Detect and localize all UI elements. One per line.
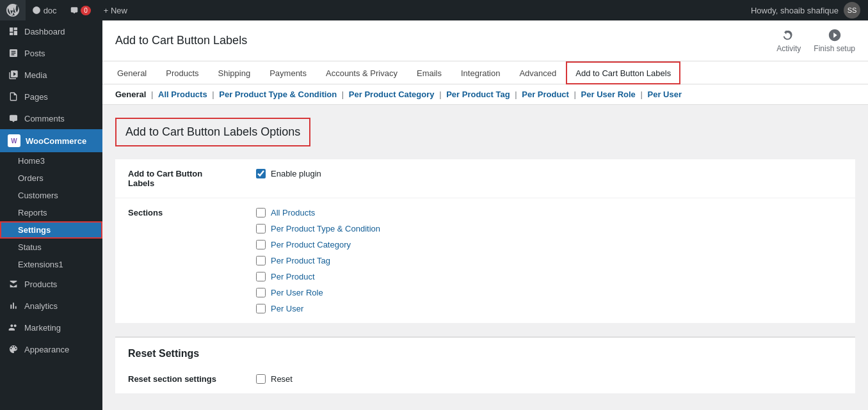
subnav-per-product-type[interactable]: Per Product Type & Condition [219, 90, 337, 99]
sidebar-item-media[interactable]: Media [0, 64, 102, 86]
new-label: + New [104, 6, 127, 15]
subnav-per-product-category[interactable]: Per Product Category [349, 90, 435, 99]
dashboard-label: Dashboard [24, 27, 65, 36]
sidebar-item-comments[interactable]: Comments [0, 107, 102, 129]
section-per-user-row: Per User [256, 304, 842, 313]
section-per-product-checkbox[interactable] [256, 272, 266, 281]
page-header: Add to Cart Button Labels Activity Finis… [102, 20, 868, 61]
sidebar-item-appearance[interactable]: Appearance [0, 338, 102, 360]
subnav-per-user[interactable]: Per User [647, 90, 681, 99]
tab-advanced[interactable]: Advanced [510, 61, 566, 84]
section-per-user-label: Per User [271, 304, 303, 313]
section-per-user-role-link[interactable]: Per User Role [271, 288, 323, 297]
marketing-icon [8, 322, 19, 333]
sidebar-item-settings[interactable]: Settings [0, 221, 102, 239]
tab-general[interactable]: General [108, 61, 156, 84]
reset-settings-section: Reset Settings Reset section settings Re… [115, 336, 855, 394]
comments-label: Comments [24, 114, 65, 123]
home-badge: 3 [40, 156, 45, 166]
section-per-product-tag-label: Per Product Tag [271, 256, 330, 265]
page-title: Add to Cart Button Labels [115, 34, 247, 47]
site-name: doc [44, 6, 57, 15]
subnav-per-product-tag[interactable]: Per Product Tag [446, 90, 510, 99]
subnav-per-user-role[interactable]: Per User Role [581, 90, 636, 99]
section-per-product-category-label: Per Product Category [271, 240, 351, 249]
home-label: Home [18, 156, 40, 166]
woo-icon: W [8, 134, 20, 147]
tab-add-to-cart-labels[interactable]: Add to Cart Button Labels [566, 61, 680, 84]
activity-button[interactable]: Activity [776, 28, 801, 53]
appearance-label: Appearance [24, 345, 69, 354]
admin-sidebar: Dashboard Posts Media Pages Comments W W… [0, 20, 102, 410]
sidebar-item-extensions[interactable]: Extensions 1 [0, 256, 102, 273]
section-per-product-type-link[interactable]: Per Product Type & Condition [271, 224, 380, 233]
section-per-product-category-row: Per Product Category [256, 240, 842, 249]
wp-logo-bar-item[interactable] [0, 0, 26, 20]
section-per-product-type-label: Per Product Type & Condition [271, 224, 380, 233]
enable-plugin-row: Add to Cart Button Labels Enable plugin [115, 159, 855, 198]
sidebar-item-status[interactable]: Status [0, 239, 102, 256]
extensions-label: Extensions [18, 260, 59, 269]
section-per-product-row: Per Product [256, 272, 842, 281]
sidebar-item-products[interactable]: Products [0, 273, 102, 295]
sidebar-item-marketing[interactable]: Marketing [0, 317, 102, 338]
sidebar-item-orders[interactable]: Orders [0, 170, 102, 187]
pages-label: Pages [24, 92, 48, 102]
new-content-bar-item[interactable]: + New [97, 0, 134, 20]
appearance-icon [8, 343, 19, 355]
section-per-product-category-link[interactable]: Per Product Category [271, 240, 351, 249]
sidebar-item-home[interactable]: Home 3 [0, 152, 102, 170]
reset-form-table: Reset section settings Reset [115, 365, 855, 394]
comments-bar-item[interactable]: 0 [63, 0, 97, 20]
section-per-product-link[interactable]: Per Product [271, 272, 315, 281]
tab-products[interactable]: Products [156, 61, 208, 84]
section-per-product-type-checkbox[interactable] [256, 224, 266, 233]
woocommerce-menu-header[interactable]: W WooCommerce [0, 129, 102, 152]
sidebar-item-pages[interactable]: Pages [0, 86, 102, 107]
header-actions: Activity Finish setup [776, 28, 855, 53]
section-per-product-tag-checkbox[interactable] [256, 256, 266, 265]
tab-integration[interactable]: Integration [451, 61, 510, 84]
site-name-bar-item[interactable]: doc [26, 0, 63, 20]
enable-plugin-cell: Enable plugin [243, 159, 855, 198]
sidebar-item-analytics[interactable]: Analytics [0, 295, 102, 317]
reset-checkbox-label: Reset [271, 374, 293, 384]
section-per-product-type-row: Per Product Type & Condition [256, 224, 842, 233]
sections-cell: All Products Per Product Type & Conditio… [243, 198, 855, 324]
section-per-user-role-checkbox[interactable] [256, 288, 266, 297]
reset-section-cell: Reset [243, 365, 855, 394]
sidebar-item-customers[interactable]: Customers [0, 187, 102, 204]
subnav-per-product[interactable]: Per Product [522, 90, 569, 99]
content-area: Add to Cart Button Labels Options Add to… [102, 105, 868, 410]
section-per-product-tag-link[interactable]: Per Product Tag [271, 256, 330, 265]
sidebar-item-reports[interactable]: Reports [0, 204, 102, 221]
enable-plugin-checkbox[interactable] [256, 169, 266, 178]
add-to-cart-label-heading: Add to Cart Button Labels [115, 159, 243, 198]
tab-payments[interactable]: Payments [260, 61, 316, 84]
tab-shipping[interactable]: Shipping [209, 61, 261, 84]
admin-bar: doc 0 + New Howdy, shoaib shafique SS [0, 0, 868, 20]
finish-setup-label: Finish setup [814, 44, 855, 53]
reset-section-row: Reset section settings Reset [115, 365, 855, 394]
products-icon [8, 278, 19, 290]
sidebar-item-dashboard[interactable]: Dashboard [0, 20, 102, 42]
reset-checkbox[interactable] [256, 374, 266, 384]
section-all-products-link[interactable]: All Products [271, 208, 315, 217]
sidebar-item-posts[interactable]: Posts [0, 42, 102, 64]
user-info[interactable]: Howdy, shoaib shafique SS [743, 2, 868, 19]
section-all-products-checkbox[interactable] [256, 208, 266, 217]
section-per-product-category-checkbox[interactable] [256, 240, 266, 249]
media-label: Media [24, 70, 47, 80]
subnav-general: General [115, 90, 146, 99]
status-label: Status [18, 242, 42, 252]
tab-emails[interactable]: Emails [407, 61, 451, 84]
tab-accounts-privacy[interactable]: Accounts & Privacy [316, 61, 407, 84]
finish-setup-button[interactable]: Finish setup [814, 28, 855, 53]
section-title-box: Add to Cart Button Labels Options [115, 118, 310, 146]
section-per-user-link[interactable]: Per User [271, 304, 303, 313]
dashboard-icon [8, 26, 19, 37]
reset-checkbox-row: Reset [256, 374, 842, 384]
comment-count: 0 [81, 6, 91, 15]
subnav-all-products[interactable]: All Products [158, 90, 207, 99]
section-per-user-checkbox[interactable] [256, 304, 266, 313]
